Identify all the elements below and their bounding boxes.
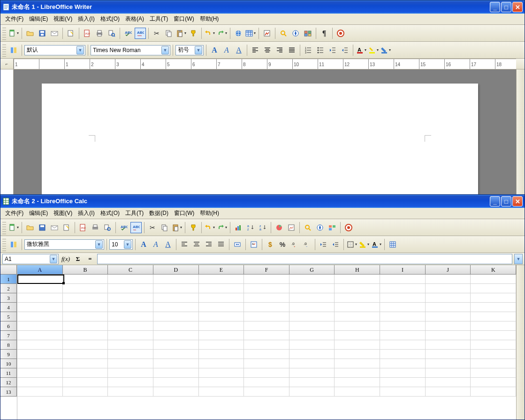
cell[interactable] xyxy=(426,284,471,293)
grid-button[interactable] xyxy=(387,239,398,250)
cell[interactable] xyxy=(244,331,289,340)
row-header[interactable]: 1 xyxy=(0,275,17,284)
edit-mode-button[interactable] xyxy=(61,222,72,233)
cell[interactable] xyxy=(108,275,153,284)
cell[interactable] xyxy=(63,293,108,303)
wrap-text-button[interactable]: a xyxy=(248,239,259,250)
cell[interactable] xyxy=(380,284,426,293)
paste-button[interactable] xyxy=(171,222,183,233)
menu-table[interactable]: 表格(A) xyxy=(122,14,147,24)
cell[interactable] xyxy=(471,293,516,303)
align-left-button[interactable] xyxy=(250,45,261,56)
cell[interactable] xyxy=(426,368,471,378)
minimize-button[interactable]: _ xyxy=(490,2,500,12)
help-button[interactable] xyxy=(335,28,346,39)
dropdown-icon[interactable]: ▼ xyxy=(195,46,202,54)
cell[interactable] xyxy=(199,350,244,359)
calc-titlebar[interactable]: 未命名 2 - LibreOffice Calc _ □ ✕ xyxy=(0,195,525,208)
decrease-indent-button[interactable] xyxy=(327,45,338,56)
column-header[interactable]: G xyxy=(289,265,335,274)
cell[interactable] xyxy=(426,293,471,303)
document-page[interactable] xyxy=(42,84,478,194)
cell[interactable] xyxy=(153,321,199,331)
format-paintbrush-button[interactable] xyxy=(188,28,199,39)
cell[interactable] xyxy=(289,359,335,368)
cell[interactable] xyxy=(289,350,335,359)
row-header[interactable]: 10 xyxy=(0,359,17,368)
background-color-button[interactable] xyxy=(358,239,370,250)
cell[interactable] xyxy=(199,340,244,350)
align-right-button[interactable] xyxy=(274,45,285,56)
column-header[interactable]: F xyxy=(244,265,289,274)
italic-button[interactable]: A xyxy=(150,239,161,250)
cell[interactable] xyxy=(244,368,289,378)
menu-format[interactable]: 格式(O) xyxy=(98,208,122,218)
cell[interactable] xyxy=(244,284,289,293)
cell[interactable] xyxy=(17,378,63,387)
export-pdf-button[interactable]: PDF xyxy=(77,222,89,233)
cell[interactable] xyxy=(63,368,108,378)
menu-help[interactable]: 帮助(H) xyxy=(197,208,222,218)
cell[interactable] xyxy=(426,321,471,331)
cell[interactable] xyxy=(335,321,380,331)
increase-indent-button[interactable] xyxy=(330,239,341,250)
styles-window-button[interactable] xyxy=(8,239,19,250)
copy-button[interactable] xyxy=(159,222,170,233)
menu-insert[interactable]: 插入(I) xyxy=(75,208,97,218)
cell[interactable] xyxy=(335,359,380,368)
sort-asc-button[interactable]: az xyxy=(245,222,256,233)
cell[interactable] xyxy=(17,368,63,378)
cell[interactable] xyxy=(108,303,153,312)
cell[interactable] xyxy=(108,340,153,350)
sum-button[interactable]: Σ xyxy=(73,254,83,264)
toolbar-grip[interactable] xyxy=(2,44,6,57)
cell[interactable] xyxy=(17,340,63,350)
cell[interactable] xyxy=(153,340,199,350)
save-button[interactable] xyxy=(37,222,48,233)
cell[interactable] xyxy=(426,331,471,340)
cell[interactable] xyxy=(380,387,426,397)
cell[interactable] xyxy=(289,293,335,303)
cell[interactable] xyxy=(380,275,426,284)
menu-file[interactable]: 文件(F) xyxy=(2,14,26,24)
cell[interactable] xyxy=(426,275,471,284)
cell[interactable] xyxy=(108,387,153,397)
cell[interactable] xyxy=(199,368,244,378)
cell[interactable] xyxy=(426,359,471,368)
cell[interactable] xyxy=(17,350,63,359)
menu-edit[interactable]: 编辑(E) xyxy=(26,208,51,218)
numbered-list-button[interactable]: 123 xyxy=(303,45,314,56)
vertical-ruler[interactable] xyxy=(0,69,14,194)
email-button[interactable] xyxy=(49,222,60,233)
row-header[interactable]: 9 xyxy=(0,350,17,359)
font-name-combo[interactable]: 微软雅黑▼ xyxy=(24,239,104,250)
cell[interactable] xyxy=(153,275,199,284)
new-doc-button[interactable] xyxy=(8,28,19,39)
cell[interactable] xyxy=(17,303,63,312)
chart-button[interactable] xyxy=(233,222,244,233)
cell[interactable] xyxy=(199,293,244,303)
cell[interactable] xyxy=(289,331,335,340)
cut-button[interactable]: ✂ xyxy=(151,28,162,39)
cell[interactable] xyxy=(335,284,380,293)
save-button[interactable] xyxy=(37,28,48,39)
underline-button[interactable]: A xyxy=(233,45,244,56)
highlight-button[interactable] xyxy=(368,45,379,56)
cell[interactable] xyxy=(335,387,380,397)
show-draw-button[interactable] xyxy=(261,28,273,39)
menu-insert[interactable]: 插入(I) xyxy=(75,14,97,24)
cell[interactable] xyxy=(380,359,426,368)
cell[interactable] xyxy=(108,331,153,340)
cell[interactable] xyxy=(199,321,244,331)
navigator-button[interactable] xyxy=(290,28,301,39)
font-color-button[interactable]: A xyxy=(371,239,382,250)
cell[interactable] xyxy=(335,340,380,350)
writer-titlebar[interactable]: 未命名 1 - LibreOffice Writer _ □ ✕ xyxy=(0,0,525,14)
cell[interactable] xyxy=(63,378,108,387)
column-header[interactable]: C xyxy=(108,265,153,274)
cell[interactable] xyxy=(471,378,516,387)
find-button[interactable] xyxy=(302,222,313,233)
redo-button[interactable] xyxy=(216,28,228,39)
cell[interactable] xyxy=(471,321,516,331)
italic-button[interactable]: A xyxy=(221,45,232,56)
